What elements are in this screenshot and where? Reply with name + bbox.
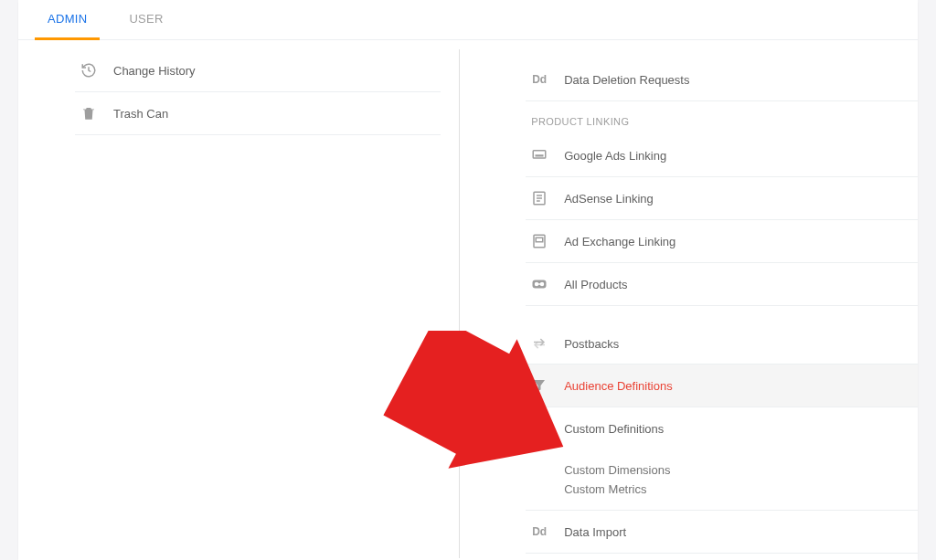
nav-ad-exchange-linking[interactable]: Ad Exchange Linking <box>526 220 918 263</box>
swap-icon <box>531 335 548 352</box>
filter-icon <box>531 377 548 394</box>
link-icon <box>531 276 548 292</box>
nav-item-label: Data Import <box>564 525 626 539</box>
billboard-icon <box>531 147 548 164</box>
content: Change History Trash Can Dd Data Deletio… <box>18 40 918 558</box>
nav-custom-dimensions[interactable]: Custom Dimensions <box>564 460 912 480</box>
nav-change-history[interactable]: Change History <box>75 49 441 92</box>
svg-rect-1 <box>536 154 544 156</box>
admin-page: ADMIN USER Change History <box>18 0 918 560</box>
nav-all-products[interactable]: All Products <box>526 263 918 306</box>
nav-item-label: Audience Definitions <box>564 379 673 393</box>
nav-audience-definitions[interactable]: Audience Definitions <box>516 364 918 407</box>
trash-icon <box>80 105 97 122</box>
nav-postbacks[interactable]: Postbacks <box>526 322 918 365</box>
dd-icon: Dd <box>531 523 548 540</box>
nav-item-label: Postbacks <box>564 337 619 351</box>
nav-item-label: All Products <box>564 278 627 291</box>
nav-item-label: Trash Can <box>113 107 168 121</box>
tab-user[interactable]: USER <box>116 0 176 40</box>
dd-icon: Dd <box>531 420 548 437</box>
svg-rect-0 <box>533 151 546 158</box>
page-box-icon <box>531 233 548 249</box>
left-column: Change History Trash Can <box>18 40 459 558</box>
page-list-icon <box>531 190 548 206</box>
right-column: Dd Data Deletion Requests PRODUCT LINKIN… <box>459 49 918 558</box>
tab-bar: ADMIN USER <box>18 0 918 40</box>
nav-custom-metrics[interactable]: Custom Metrics <box>564 480 912 499</box>
nav-adsense-linking[interactable]: AdSense Linking <box>526 177 918 220</box>
svg-rect-11 <box>537 283 542 285</box>
section-product-linking: PRODUCT LINKING <box>526 101 918 134</box>
nav-item-label: Data Deletion Requests <box>564 73 689 87</box>
history-icon <box>80 62 97 79</box>
nav-trash-can[interactable]: Trash Can <box>75 92 441 135</box>
nav-item-label: Custom Definitions <box>564 422 664 436</box>
spacer <box>526 306 918 322</box>
nav-google-ads-linking[interactable]: Google Ads Linking <box>526 134 918 177</box>
nav-item-label: Google Ads Linking <box>564 149 666 163</box>
nav-item-label: AdSense Linking <box>564 192 654 206</box>
dd-icon: Dd <box>531 71 548 88</box>
nav-data-deletion[interactable]: Dd Data Deletion Requests <box>526 58 918 101</box>
tab-admin[interactable]: ADMIN <box>35 0 100 40</box>
custom-definitions-sublist: Custom Dimensions Custom Metrics <box>526 449 918 511</box>
nav-data-import[interactable]: Dd Data Import <box>526 511 918 554</box>
nav-item-label: Change History <box>113 64 196 78</box>
nav-item-label: Ad Exchange Linking <box>564 235 675 248</box>
svg-rect-7 <box>536 238 543 242</box>
nav-custom-definitions[interactable]: Dd Custom Definitions <box>526 407 918 449</box>
